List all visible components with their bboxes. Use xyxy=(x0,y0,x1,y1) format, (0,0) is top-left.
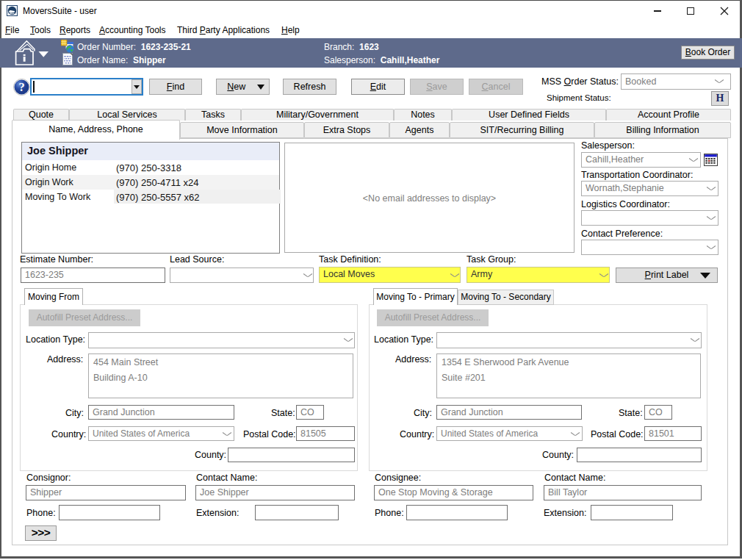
svg-text:?: ? xyxy=(18,80,24,94)
